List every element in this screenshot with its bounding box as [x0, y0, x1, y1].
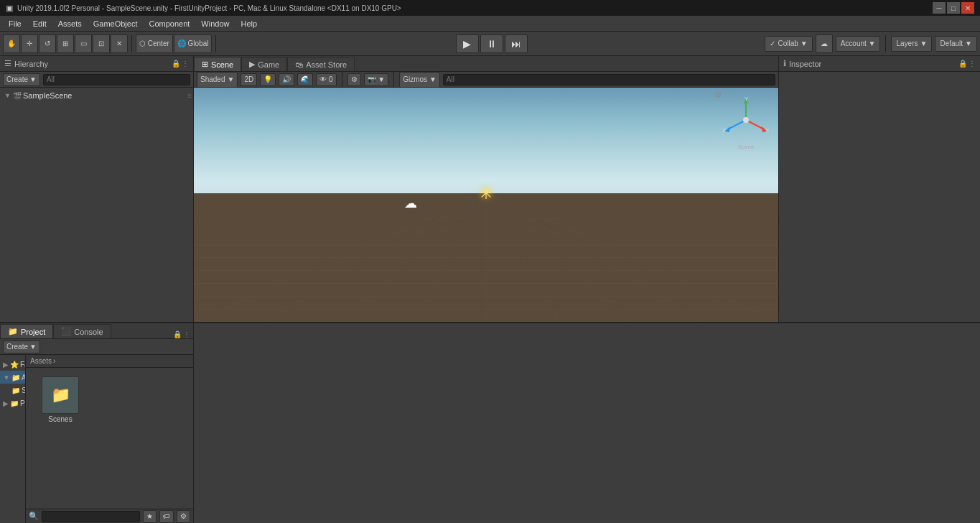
inspector-lock-icon[interactable]: 🔒 [958, 60, 967, 68]
maximize-button[interactable]: □ [947, 2, 960, 14]
project-label-btn[interactable]: 🏷 [159, 510, 174, 523]
breadcrumb-arrow-icon: › [53, 357, 55, 365]
layers-chevron-icon: ▼ [920, 40, 928, 47]
hidden-objects-button[interactable]: 👁 0 [316, 73, 336, 86]
right-toolbar: ✓ Collab ▼ ☁ Account ▼ Layers ▼ Default … [765, 34, 977, 53]
shading-dropdown[interactable]: Shaded ▼ [197, 72, 238, 88]
effects-button[interactable]: 🌊 [297, 73, 313, 86]
rotate-tool-button[interactable]: ↺ [39, 34, 56, 53]
store-tab-icon: 🛍 [295, 60, 303, 69]
full-layout: ☰ Hierarchy 🔒 ⋮ Create ▼ ▼ 🎬 [0, 56, 980, 523]
tab-scene[interactable]: ⊞ Scene [194, 57, 241, 71]
project-tabs-bar: 📁 Project ⬛ Console 🔒 ⋮ [0, 323, 193, 339]
tab-project[interactable]: 📁 Project [0, 324, 53, 338]
hierarchy-create-button[interactable]: Create ▼ [3, 73, 40, 86]
scenes-folder-icon: 📁 [11, 387, 20, 394]
collab-icon: ✓ [770, 40, 775, 47]
separator-3 [885, 35, 886, 52]
ground-grid [194, 193, 778, 322]
project-create-button[interactable]: Create ▼ [3, 341, 40, 353]
rect-tool-button[interactable]: ▭ [75, 34, 92, 53]
hierarchy-menu-icon[interactable]: ⋮ [182, 60, 189, 68]
project-favorite-btn[interactable]: ★ [143, 510, 157, 523]
scale-tool-button[interactable]: ⊞ [57, 34, 74, 53]
custom-editor-button[interactable]: ✕ [111, 34, 128, 53]
hierarchy-content: ▼ 🎬 SampleScene ≡ [0, 88, 193, 322]
scene-viewport[interactable]: ✳ ☁ [194, 88, 778, 322]
collab-button[interactable]: ✓ Collab ▼ [765, 36, 812, 52]
tree-scenes[interactable]: 📁 Scenes [0, 384, 25, 397]
inspector-content [779, 72, 980, 322]
minimize-button[interactable]: ─ [933, 2, 946, 14]
layers-dropdown[interactable]: Layers ▼ [891, 36, 932, 52]
close-button[interactable]: ✕ [961, 2, 974, 14]
scene-icon: 🎬 [13, 92, 22, 100]
project-create-chevron: ▼ [29, 343, 37, 351]
scene-label: SampleScene [23, 91, 73, 100]
scene-sep2 [393, 71, 394, 88]
pause-button[interactable]: ⏸ [480, 34, 503, 53]
tab-asset-store[interactable]: 🛍 Asset Store [287, 57, 355, 71]
folder-thumb-icon: 📁 [51, 386, 70, 404]
separator-1 [131, 35, 132, 52]
step-button[interactable]: ⏭ [505, 34, 528, 53]
tree-assets[interactable]: ▼ 📁 Assets [0, 371, 25, 384]
cloud-button[interactable]: ☁ [816, 34, 833, 53]
tree-packages[interactable]: ▶ 📁 Packages [0, 397, 25, 409]
project-bottom-bar: 🔍 ★ 🏷 ⚙ [26, 509, 193, 523]
gizmos-dropdown[interactable]: Gizmos ▼ [399, 72, 440, 88]
inspector-menu-icon[interactable]: ⋮ [969, 60, 976, 68]
project-settings-btn[interactable]: ⚙ [177, 510, 190, 523]
svg-text:Y: Y [745, 96, 749, 102]
scene-sep [342, 71, 342, 88]
scene-tab-icon: ⊞ [202, 60, 208, 69]
center-button[interactable]: ⬡ Center [136, 34, 173, 53]
project-search-input[interactable] [42, 511, 140, 522]
tab-console[interactable]: ⬛ Console [53, 324, 111, 338]
menu-assets[interactable]: Assets [52, 18, 88, 29]
2d-button[interactable]: 2D [241, 73, 257, 86]
search-icon: 🔍 [29, 512, 39, 521]
menu-gameobject[interactable]: GameObject [88, 18, 144, 29]
scene-search-input[interactable] [443, 74, 775, 85]
camera-button[interactable]: 📷 ▼ [364, 73, 389, 86]
shading-chevron-icon: ▼ [227, 75, 234, 83]
project-tab-icon: 📁 [8, 327, 18, 336]
bottom-section: 📁 Project ⬛ Console 🔒 ⋮ Create ▼ [0, 322, 980, 523]
menu-window[interactable]: Window [195, 18, 235, 29]
project-menu-icon[interactable]: ⋮ [183, 330, 190, 338]
play-button[interactable]: ▶ [456, 34, 479, 53]
layout-dropdown[interactable]: Default ▼ [935, 36, 977, 52]
scene-settings-button[interactable]: ⚙ [347, 73, 361, 86]
tab-game[interactable]: ▶ Game [241, 57, 287, 71]
menu-help[interactable]: Help [235, 18, 263, 29]
viewport-expand-button[interactable]: ⊡ [715, 91, 721, 98]
audio-button[interactable]: 🔊 [279, 73, 294, 86]
hand-tool-button[interactable]: ✋ [3, 34, 20, 53]
menu-component[interactable]: Component [143, 18, 195, 29]
collab-chevron-icon: ▼ [801, 40, 808, 47]
hierarchy-lock-icon[interactable]: 🔒 [172, 60, 180, 68]
sun-icon: ✳ [479, 183, 493, 203]
menu-file[interactable]: File [3, 18, 27, 29]
hierarchy-toolbar: Create ▼ [0, 72, 193, 88]
hierarchy-scene-item[interactable]: ▼ 🎬 SampleScene ≡ [1, 89, 192, 102]
unity-logo-icon: ▣ [6, 4, 13, 13]
favorites-star-icon: ⭐ [10, 361, 19, 369]
global-button[interactable]: 🌐 Global [174, 34, 213, 53]
transform-all-button[interactable]: ⊡ [93, 34, 110, 53]
inspector-panel: ℹ Inspector 🔒 ⋮ [779, 56, 980, 322]
scenes-folder-label: Scenes [48, 415, 72, 423]
title-bar: ▣ Unity 2019.1.0f2 Personal - SampleScen… [0, 0, 980, 16]
hierarchy-search-input[interactable] [43, 74, 190, 85]
project-lock-icon[interactable]: 🔒 [173, 330, 182, 338]
lighting-button[interactable]: 💡 [260, 73, 276, 86]
file-scenes-folder[interactable]: 📁 Scenes [32, 374, 89, 426]
scenes-folder-thumbnail: 📁 [42, 376, 79, 414]
svg-text:Z: Z [722, 127, 726, 134]
move-tool-button[interactable]: ✛ [21, 34, 38, 53]
menu-edit[interactable]: Edit [27, 18, 52, 29]
account-dropdown[interactable]: Account ▼ [836, 36, 881, 52]
tree-favorites[interactable]: ▶ ⭐ Favorites [0, 358, 25, 371]
inspector-title: Inspector [789, 60, 821, 68]
